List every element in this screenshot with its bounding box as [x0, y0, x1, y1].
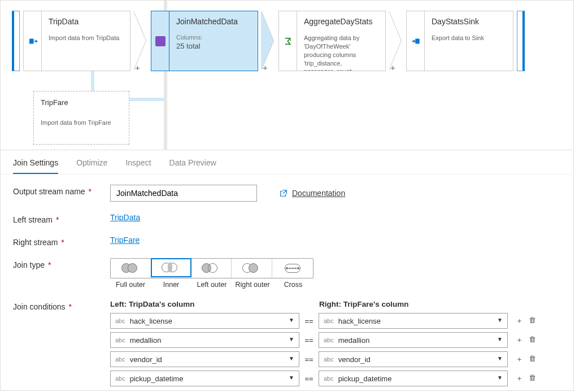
delete-condition-icon[interactable]: 🗑	[529, 316, 536, 326]
chevron-down-icon: ▼	[497, 355, 503, 361]
join-full-label: Full outer	[110, 281, 151, 289]
cond-op: ==	[299, 374, 319, 383]
add-condition-icon[interactable]: ＋	[516, 373, 523, 384]
chevron-down-icon: ▼	[497, 374, 503, 381]
output-stream-input[interactable]	[110, 185, 257, 202]
add-condition-icon[interactable]: ＋	[516, 354, 523, 364]
node-title: AggregateDayStats	[304, 17, 378, 26]
aggregate-icon: x	[278, 11, 297, 71]
node-joinmatcheddata[interactable]: JoinMatchedData Columns: 25 total	[151, 11, 258, 71]
left-stream-label: Left stream	[13, 215, 53, 224]
sink-icon	[406, 11, 424, 71]
add-step[interactable]: +	[134, 11, 151, 71]
cond-right-select[interactable]: abchack_license▼	[319, 313, 508, 329]
tab-join-settings[interactable]: Join Settings	[13, 158, 58, 174]
condition-row: abchack_license▼==abchack_license▼＋🗑	[110, 313, 561, 329]
node-daystatssink[interactable]: DayStatsSink Export data to Sink	[406, 11, 525, 71]
cond-left-select[interactable]: abcmedallion▼	[110, 332, 299, 348]
join-type-label: Join type	[13, 260, 45, 269]
flow-canvas[interactable]: TripData Import data from TripData + Joi…	[1, 1, 573, 150]
join-cross-label: Cross	[273, 281, 313, 289]
join-left-outer[interactable]	[191, 259, 232, 278]
chevron-down-icon: ▼	[497, 317, 503, 323]
node-desc: Aggregating data by 'DayOfTheWeek' produ…	[304, 34, 378, 71]
chevron-down-icon: ▼	[497, 336, 503, 342]
join-icon	[151, 11, 169, 71]
node-tripfare[interactable]: TripFare Import data from TripFare	[33, 91, 129, 145]
node-title: TripData	[49, 17, 123, 26]
cond-left-select[interactable]: abchack_license▼	[110, 313, 299, 329]
cond-op: ==	[299, 317, 319, 325]
output-stream-label: Output stream name	[13, 187, 85, 196]
node-title: TripFare	[41, 98, 122, 107]
condition-row: abcmedallion▼==abcmedallion▼＋🗑	[110, 332, 561, 348]
add-condition-icon[interactable]: ＋	[516, 316, 523, 326]
add-step[interactable]: +	[262, 11, 278, 71]
external-link-icon	[280, 189, 288, 197]
cond-left-header: Left: TripData's column	[110, 300, 319, 308]
join-inner-label: Inner	[151, 281, 191, 289]
cond-right-select[interactable]: abcmedallion▼	[319, 332, 508, 348]
node-desc: Export data to Sink	[432, 34, 506, 42]
documentation-link[interactable]: Documentation	[280, 189, 345, 198]
cond-right-select[interactable]: abcpickup_datetime▼	[319, 371, 508, 386]
join-right-label: Right outer	[232, 281, 273, 289]
join-full-outer[interactable]	[111, 259, 151, 278]
join-cross[interactable]	[272, 259, 313, 278]
settings-tabbar: Join Settings Optimize Inspect Data Prev…	[1, 150, 573, 175]
cond-right-select[interactable]: abcvendor_id▼	[319, 351, 508, 367]
condition-row: abcvendor_id▼==abcvendor_id▼＋🗑	[110, 351, 561, 367]
node-desc: Import data from TripFare	[41, 119, 122, 126]
node-aggregatedaystats[interactable]: x AggregateDayStats Aggregating data by …	[278, 11, 386, 71]
add-step[interactable]: +	[389, 11, 406, 71]
delete-condition-icon[interactable]: 🗑	[529, 335, 536, 345]
join-left-label: Left outer	[191, 281, 232, 289]
node-tripdata[interactable]: TripData Import data from TripData	[12, 11, 130, 71]
chevron-down-icon: ▼	[289, 355, 294, 361]
cond-right-header: Right: TripFare's column	[319, 300, 561, 308]
tab-data-preview[interactable]: Data Preview	[169, 158, 216, 174]
svg-rect-3	[415, 38, 420, 43]
delete-condition-icon[interactable]: 🗑	[529, 354, 536, 364]
right-stream-label: Right stream	[13, 238, 58, 247]
cols-label: Columns:	[176, 34, 202, 41]
cond-op: ==	[299, 336, 319, 345]
sink-handle	[517, 11, 525, 71]
tab-inspect[interactable]: Inspect	[125, 158, 151, 174]
node-title: DayStatsSink	[432, 17, 506, 26]
tab-optimize[interactable]: Optimize	[76, 158, 107, 174]
join-inner[interactable]	[151, 258, 191, 277]
condition-row: abcpickup_datetime▼==abcpickup_datetime▼…	[110, 371, 561, 386]
right-stream-link[interactable]: TripFare	[110, 236, 140, 245]
cond-op: ==	[299, 355, 319, 364]
chevron-down-icon: ▼	[289, 374, 294, 381]
svg-rect-1	[155, 36, 165, 46]
node-desc: Import data from TripData	[49, 34, 123, 42]
node-title: JoinMatchedData	[176, 17, 251, 26]
cond-left-select[interactable]: abcvendor_id▼	[110, 351, 299, 367]
source-handle	[12, 11, 20, 71]
source-icon	[23, 11, 41, 71]
join-right-outer[interactable]	[232, 259, 272, 278]
join-type-group	[110, 258, 313, 278]
chevron-down-icon: ▼	[289, 336, 294, 342]
add-condition-icon[interactable]: ＋	[516, 335, 523, 345]
svg-rect-0	[29, 38, 34, 43]
cols-count: 25 total	[176, 42, 251, 50]
delete-condition-icon[interactable]: 🗑	[529, 373, 536, 384]
join-conditions-label: Join conditions	[13, 302, 66, 311]
cond-left-select[interactable]: abcpickup_datetime▼	[110, 371, 299, 386]
left-stream-link[interactable]: TripData	[110, 213, 140, 222]
svg-text:x: x	[289, 38, 291, 42]
chevron-down-icon: ▼	[289, 317, 294, 323]
